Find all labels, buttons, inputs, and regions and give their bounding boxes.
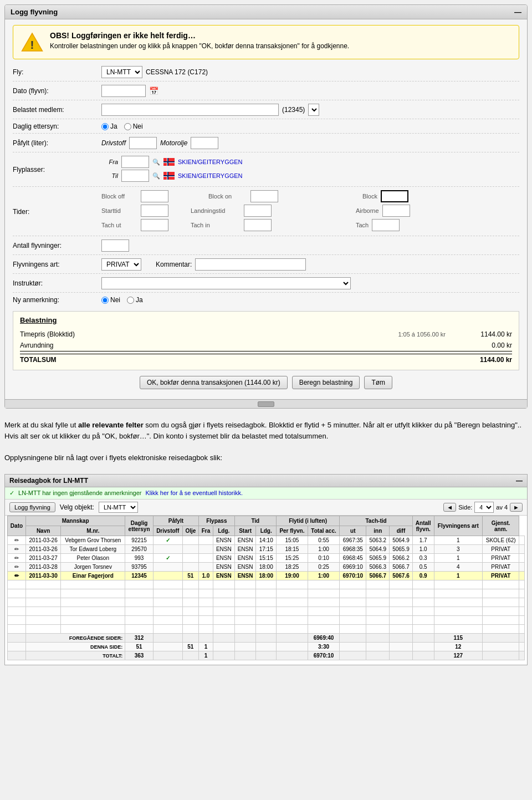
cell-ldg-tid: 18:25 [276, 563, 308, 572]
footer-foregaende-ldg [234, 634, 256, 643]
th-flytid: Flytid (i luften) [276, 516, 339, 526]
belastet-input[interactable]: FAGERJORD EINAR [101, 104, 279, 116]
th-start: Start [234, 526, 256, 536]
ok-button[interactable]: OK, bokfør denna transaksjonen (1144.00 … [140, 376, 288, 389]
empty-cell [519, 625, 525, 634]
footer-denna-ds: 51 [182, 643, 198, 651]
tom-button[interactable]: Tøm [364, 376, 392, 389]
empty-cell [25, 598, 60, 607]
th-fra: Fra [199, 526, 213, 536]
cell-edit[interactable]: ✏ [8, 563, 26, 572]
totalsum-label: TOTALSUM [20, 356, 57, 364]
empty-cell [390, 589, 413, 598]
empty-cell [25, 607, 60, 616]
belastet-select[interactable] [308, 104, 319, 116]
cell-start: 18:00 [256, 572, 276, 580]
cell-antall: 1 [434, 572, 482, 580]
empty-cell [390, 616, 413, 625]
empty-cell [434, 625, 482, 634]
footer-totalt-edit [8, 651, 26, 660]
footer-denna-start [256, 643, 276, 651]
kommentar-input[interactable] [195, 258, 306, 271]
empty-row [8, 625, 525, 634]
fra-code-input[interactable]: ENSN [121, 156, 149, 168]
anmerkning-ja-radio[interactable] [127, 297, 134, 304]
scrollbar-thumb[interactable] [258, 401, 274, 407]
cell-edit[interactable]: ✏ [8, 572, 26, 580]
footer-totalt-olje: 1 [199, 651, 213, 660]
footer-edit-placeholder [8, 634, 26, 643]
daglig-nei-radio[interactable] [124, 123, 131, 130]
th-total: Total acc. [308, 526, 339, 536]
cell-edit[interactable]: ✏ [8, 554, 26, 563]
block-off-input[interactable]: 18:00 [141, 190, 168, 202]
belastet-row: Belastet medlem: FAGERJORD EINAR (12345) [13, 104, 519, 119]
airborne-label: Airborne [356, 207, 379, 214]
starttid-input[interactable]: 18:00 [141, 205, 168, 217]
til-code-input[interactable]: ENSN [121, 170, 149, 182]
prev-page-btn[interactable]: ◄ [443, 503, 456, 512]
instruction-text1: Merk at du skal fylle ut [4, 421, 78, 429]
reisedagbok-warning-link[interactable]: Klikk her for å se eventuell historikk. [146, 490, 243, 496]
til-search-icon[interactable]: 🔍 [152, 172, 160, 180]
th-per-flyvn: Per flyvn. [276, 526, 308, 536]
tach-input[interactable]: 0.9 [372, 219, 400, 231]
daglig-nei-option[interactable]: Nei [124, 123, 143, 130]
empty-cell [234, 580, 256, 589]
cell-daglig: ✓ [153, 554, 182, 563]
empty-cell [340, 589, 366, 598]
anmerkning-nei-option[interactable]: Nei [101, 296, 120, 304]
dato-input[interactable]: 2011-03-30 [101, 85, 146, 97]
cell-daglig [153, 572, 182, 580]
empty-row [8, 589, 525, 598]
empty-cell [483, 580, 519, 589]
timepris-row: Timepris (Blokktid) 1:05 á 1056.00 kr 11… [20, 329, 512, 340]
next-page-btn[interactable]: ► [510, 503, 523, 512]
landningstid-input[interactable]: 19:00 [244, 205, 272, 217]
calendar-icon[interactable]: 📅 [149, 86, 158, 95]
svg-text:!: ! [30, 38, 34, 51]
velg-select[interactable]: LN-MTT [99, 502, 138, 513]
fra-search-icon[interactable]: 🔍 [152, 159, 160, 166]
empty-cell [366, 598, 390, 607]
dialog-scrollbar[interactable] [5, 399, 527, 408]
fly-select[interactable]: LN-MTT [101, 66, 142, 78]
cell-edit[interactable]: ✏ [8, 536, 26, 545]
fly-controls: LN-MTT CESSNA 172 (C172) [101, 66, 208, 78]
empty-cell [125, 580, 154, 589]
footer-foregaende-art [483, 634, 519, 643]
motorolje-input[interactable]: 1 [191, 137, 218, 149]
beregn-button[interactable]: Beregn belastning [292, 376, 360, 389]
airborne-input[interactable]: 1:00 [382, 205, 410, 217]
side-select[interactable]: 4 [474, 502, 494, 513]
empty-cell [519, 616, 525, 625]
logg-flyvning-btn[interactable]: Logg flyvning [9, 502, 55, 512]
empty-cell [153, 598, 182, 607]
anmerkning-nei-radio[interactable] [101, 297, 109, 304]
drivstoff-input[interactable]: 51 [129, 137, 157, 149]
empty-cell [125, 625, 154, 634]
cell-ldg-fly: ENSN [234, 572, 256, 580]
art-select[interactable]: PRIVAT [101, 258, 141, 271]
footer-totalt-ldg [234, 651, 256, 660]
th-daglig: Dagligettersyn [125, 516, 154, 536]
empty-cell [366, 589, 390, 598]
tach-ut-input[interactable]: 5066.7 [141, 219, 168, 231]
minimize-icon[interactable]: — [514, 8, 521, 16]
tach-in-input[interactable]: 5067.6 [244, 219, 272, 231]
instruktor-select[interactable] [101, 277, 351, 289]
anmerkning-ja-option[interactable]: Ja [127, 296, 143, 304]
block-on-input[interactable]: 19:05 [250, 190, 278, 202]
block-input[interactable]: 1:05 [381, 190, 408, 202]
empty-cell [125, 598, 154, 607]
cell-start: 15:15 [256, 554, 276, 563]
reisedagbok-minimize-icon[interactable]: — [516, 477, 523, 485]
starttid-row: Starttid 18:00 Landningstid 19:00 Airbor… [101, 205, 410, 217]
tach-in-label: Tach in [191, 222, 241, 228]
cell-edit[interactable]: ✏ [8, 545, 26, 554]
empty-cell [434, 598, 482, 607]
daglig-ja-radio[interactable] [101, 123, 109, 130]
daglig-ja-option[interactable]: Ja [101, 123, 117, 130]
empty-cell [340, 607, 366, 616]
antall-input[interactable]: 1 [101, 240, 129, 252]
